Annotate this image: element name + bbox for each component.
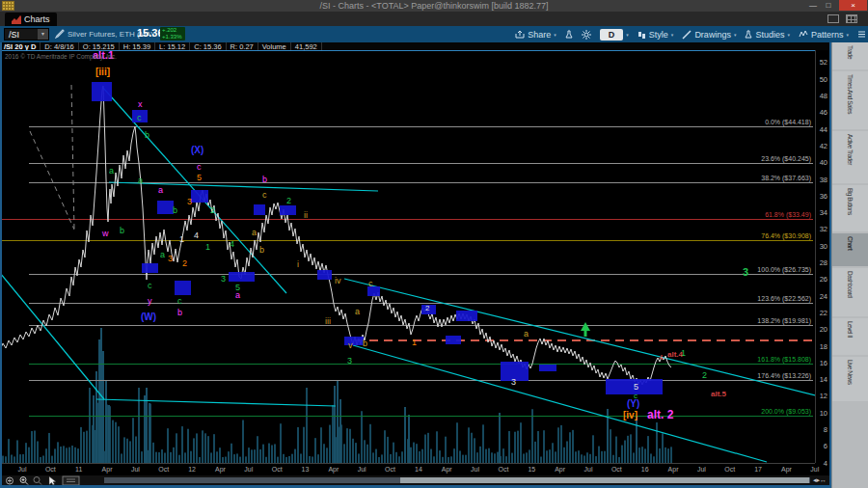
sidebar-tab-label: Chart — [847, 233, 854, 250]
caret-icon: ▾ — [626, 32, 629, 38]
caret-icon: ▾ — [846, 32, 849, 38]
sidebar-tab-active-trader[interactable]: Active Trader — [832, 131, 868, 185]
price-tick: 12 — [820, 392, 827, 400]
fib-label: 0.0% ($44.418) — [765, 119, 811, 126]
wave-label: 1 — [412, 338, 417, 347]
time-tick: Oct — [272, 466, 283, 473]
share-button[interactable]: Share▾ — [515, 30, 556, 40]
price-axis[interactable]: 5250484644424038363432302826242220181614… — [815, 50, 829, 463]
price-tick: 36 — [820, 192, 827, 201]
time-axis[interactable]: JulOct11AprJulOct12AprJulOct13AprJulOct1… — [0, 463, 815, 475]
thinkorswim-window: /SI - Charts - <TOTAL> Paper@thinkorswim… — [0, 0, 868, 488]
wave-label: a — [252, 228, 257, 237]
time-tick: Jul — [18, 466, 27, 473]
chart-tab-icon — [12, 15, 21, 24]
gadget-sidebar: TradeTimes And SalesActive TraderBig But… — [831, 42, 868, 488]
symbol-input[interactable]: /SI ▾ — [4, 28, 49, 41]
wave-label: 2 — [702, 370, 707, 380]
time-tick: Apr — [328, 466, 339, 473]
sidebar-tab-times-and-sales[interactable]: Times And Sales — [832, 71, 868, 131]
horizontal-scrollbar-track[interactable] — [104, 477, 810, 483]
time-tick: Jul — [131, 466, 140, 473]
scroll-arrows[interactable]: ◂▸↔ — [813, 475, 827, 485]
sidebar-tab-chart[interactable]: Chart — [832, 233, 868, 268]
sidebar-tab-live-news[interactable]: Live News — [832, 357, 868, 403]
wave-label: [iv] — [623, 410, 637, 420]
window-frame-left — [0, 42, 2, 485]
patterns-button[interactable]: Patterns▾ — [799, 30, 849, 40]
maximize-button[interactable]: □ — [822, 0, 835, 11]
horizontal-scrollbar-thumb[interactable] — [400, 477, 809, 483]
price-tick: 28 — [820, 258, 827, 267]
time-tick: Jul — [584, 466, 593, 473]
studies-button[interactable]: Studies▾ — [745, 30, 790, 40]
style-button[interactable]: Style▾ — [637, 30, 674, 40]
wave-label: a — [109, 166, 114, 176]
time-tick: Oct — [45, 466, 56, 473]
wave-label: 3 — [168, 254, 173, 263]
restore-panel-icon[interactable] — [827, 14, 839, 23]
price-chart-svg[interactable]: 0.0% ($44.418)23.6% ($40.245)38.2% ($37.… — [0, 51, 815, 464]
wave-label: v — [348, 340, 353, 350]
drawings-button[interactable]: Drawings▾ — [682, 30, 736, 40]
grid-layout-icon[interactable] — [846, 14, 857, 23]
price-tick: 48 — [820, 92, 827, 100]
cursor-arrow-icon[interactable] — [49, 476, 56, 485]
panel-handle-icon[interactable] — [63, 476, 79, 485]
wave-label: a — [355, 307, 360, 316]
wave-label: c — [197, 162, 202, 172]
wave-label: 3 — [221, 274, 226, 284]
ondemand-flask-button[interactable] — [565, 30, 573, 40]
sidebar-tab-dashboard[interactable]: Dashboard — [832, 268, 868, 318]
timeframe-button[interactable]: D▾ — [600, 29, 629, 41]
price-tick: 4 — [824, 459, 827, 468]
symbol-dropdown-icon[interactable]: ▾ — [38, 29, 48, 40]
price-tick: 32 — [820, 225, 827, 233]
minimize-button[interactable]: — — [806, 0, 820, 11]
time-tick: 13 — [302, 466, 310, 473]
time-tick: 16 — [641, 466, 649, 473]
wave-label: 2 — [210, 205, 215, 215]
main-toolbar: /SI ▾ Silver Futures, ETH (MAY 16) 15.36… — [0, 26, 868, 42]
wave-label: b — [259, 245, 264, 255]
wave-label: iv — [335, 276, 341, 285]
wave-label: alt.5 — [711, 390, 727, 398]
wave-label: 4 — [659, 353, 664, 362]
up-arrow-icon — [581, 322, 590, 337]
price-tick: 22 — [820, 309, 827, 317]
fib-label: 100.0% ($26.735) — [757, 266, 811, 274]
close-button[interactable]: × — [839, 0, 867, 11]
zoom-out-icon[interactable] — [34, 477, 41, 485]
price-tick: 34 — [820, 208, 827, 217]
menu-button[interactable] — [857, 30, 866, 39]
settings-gear-button[interactable] — [582, 30, 591, 40]
price-tick: 14 — [820, 375, 827, 384]
zoom-in-icon[interactable] — [20, 477, 28, 485]
wave-label: [iii] — [95, 67, 110, 77]
wave-label: 2 — [286, 196, 291, 205]
wave-label: b — [145, 130, 149, 140]
timeframe-label: D — [600, 29, 624, 41]
fib-label: 123.6% ($22.562) — [757, 295, 811, 303]
wave-label: a — [160, 250, 165, 259]
sidebar-tab-level-ii[interactable]: Level II — [832, 318, 868, 357]
sidebar-tab-big-buttons[interactable]: Big Buttons — [832, 185, 868, 233]
price-tick: 50 — [820, 75, 827, 84]
sidebar-tab-label: Dashboard — [847, 268, 854, 297]
price-tick: 10 — [820, 409, 827, 418]
time-tick: Oct — [158, 466, 169, 473]
tab-charts[interactable]: Charts — [5, 13, 57, 26]
reset-zoom-icon[interactable] — [7, 477, 14, 484]
time-tick: Apr — [781, 466, 792, 473]
patterns-label: Patterns — [811, 30, 844, 40]
wave-label: 3 — [743, 266, 748, 278]
symbol-value: /SI — [9, 30, 19, 40]
fib-label: 161.8% ($15.808) — [757, 356, 811, 364]
fib-label: 23.6% ($40.245) — [761, 155, 811, 163]
sidebar-tab-trade[interactable]: Trade — [832, 42, 868, 71]
time-tick: 11 — [75, 466, 82, 473]
sidebar-tab-label: Active Trader — [847, 131, 854, 165]
time-tick: Jul — [244, 466, 253, 473]
edit-pencil-icon[interactable] — [55, 29, 65, 39]
chart-pane[interactable]: 0.0% ($44.418)23.6% ($40.245)38.2% ($37.… — [0, 50, 815, 463]
